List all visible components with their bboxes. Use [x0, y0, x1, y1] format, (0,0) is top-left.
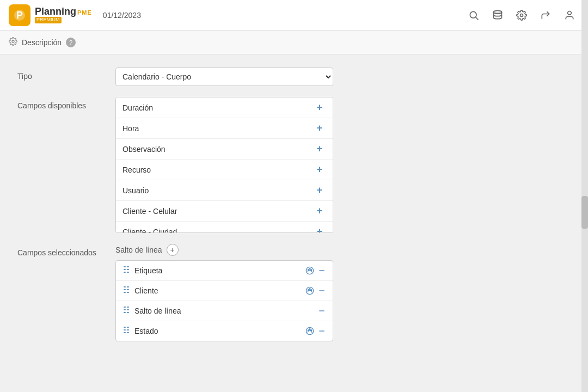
svg-rect-20 — [124, 286, 126, 287]
list-item: Usuario + — [116, 180, 333, 201]
svg-point-7 — [568, 11, 572, 15]
logo-pme-text: PME — [77, 9, 92, 16]
database-icon — [492, 10, 503, 21]
campo-item-text: Duración — [122, 103, 153, 112]
svg-rect-32 — [127, 307, 129, 308]
drag-handle[interactable] — [122, 285, 130, 296]
campo-item-text: Observación — [122, 145, 166, 154]
subheader-title: Descripción — [22, 38, 62, 47]
gear-icon — [516, 10, 527, 21]
svg-rect-13 — [124, 272, 126, 273]
selected-item-actions — [305, 286, 326, 295]
tipo-label: Tipo — [17, 68, 115, 81]
list-item: Estado — [116, 321, 333, 341]
minus-icon[interactable] — [317, 286, 326, 295]
selected-item-actions — [305, 327, 326, 335]
palette-icon[interactable] — [305, 266, 314, 275]
svg-rect-22 — [124, 289, 126, 290]
svg-rect-41 — [127, 329, 129, 330]
svg-point-28 — [309, 289, 310, 290]
svg-rect-38 — [124, 327, 126, 328]
logo: P Planning PME PREMIUM — [9, 4, 92, 26]
svg-rect-10 — [127, 266, 129, 267]
tipo-content: Calendario - CuerpoCalendario - Cabecera… — [115, 68, 571, 86]
campos-disponibles-content: Duración + Hora + Observación + Recurso … — [115, 97, 571, 233]
selected-item-actions — [305, 266, 326, 275]
palette-icon[interactable] — [305, 286, 314, 295]
drag-handle[interactable] — [122, 305, 130, 316]
svg-point-3 — [470, 11, 476, 18]
svg-rect-24 — [124, 292, 126, 293]
campos-disponibles-row: Campos disponibles Duración + Hora + Obs… — [17, 97, 571, 233]
svg-text:P: P — [16, 10, 23, 21]
list-item: Hora + — [116, 118, 333, 139]
scrollbar-thumb[interactable] — [581, 196, 588, 229]
user-button[interactable] — [560, 5, 579, 25]
tipo-row: Tipo Calendario - CuerpoCalendario - Cab… — [17, 68, 571, 86]
header-icons — [464, 5, 579, 25]
minus-icon[interactable] — [317, 266, 326, 275]
campo-item-text: Cliente - Ciudad — [122, 228, 177, 234]
minus-icon[interactable] — [317, 327, 326, 335]
svg-rect-33 — [124, 309, 126, 310]
settings-button[interactable] — [512, 5, 531, 25]
salto-add-button[interactable]: + — [167, 244, 179, 256]
campos-seleccionados-content: Salto de línea + Etiqueta — [115, 244, 571, 341]
svg-rect-40 — [124, 329, 126, 330]
svg-rect-25 — [127, 292, 129, 293]
list-item: Duración + — [116, 97, 333, 118]
list-item: Cliente - Ciudad + — [116, 222, 333, 233]
campos-seleccionados-row: Campos seleccionados Salto de línea + Et… — [17, 244, 571, 341]
campos-disponibles-label: Campos disponibles — [17, 97, 115, 110]
search-button[interactable] — [464, 5, 483, 25]
user-icon — [564, 10, 575, 21]
svg-rect-23 — [127, 289, 129, 290]
campo-add-button[interactable]: + — [313, 226, 326, 233]
help-button[interactable]: ? — [66, 38, 76, 47]
subheader: Descripción ? — [0, 30, 588, 54]
svg-rect-39 — [127, 327, 129, 328]
svg-rect-42 — [124, 332, 126, 333]
drag-handle[interactable] — [122, 326, 130, 336]
svg-point-17 — [309, 268, 310, 270]
salto-linea-header: Salto de línea + — [115, 244, 571, 256]
list-item: Cliente — [116, 281, 333, 301]
campo-add-button[interactable]: + — [313, 164, 326, 175]
minus-icon[interactable] — [317, 307, 326, 315]
svg-rect-31 — [124, 307, 126, 308]
campo-add-button[interactable]: + — [313, 185, 326, 196]
page-scrollbar[interactable] — [581, 0, 588, 392]
header-date: 01/12/2023 — [103, 11, 141, 20]
svg-line-4 — [476, 17, 479, 20]
selected-item-text: Cliente — [134, 286, 301, 295]
list-item: Etiqueta — [116, 261, 333, 281]
main-content: Tipo Calendario - CuerpoCalendario - Cab… — [0, 54, 588, 365]
share-icon — [540, 10, 551, 21]
svg-rect-35 — [124, 312, 126, 313]
salto-linea-text: Salto de línea — [115, 246, 162, 254]
svg-rect-43 — [127, 332, 129, 333]
database-button[interactable] — [488, 5, 507, 25]
palette-icon[interactable] — [305, 327, 314, 335]
logo-text: Planning PME PREMIUM — [35, 7, 92, 24]
selected-item-text: Etiqueta — [134, 266, 301, 275]
campo-add-button[interactable]: + — [313, 143, 326, 155]
campo-item-text: Recurso — [122, 166, 151, 174]
campo-item-text: Hora — [122, 124, 139, 133]
list-item: Salto de línea — [116, 301, 333, 321]
svg-rect-36 — [127, 312, 129, 313]
tipo-select[interactable]: Calendario - CuerpoCalendario - Cabecera… — [115, 68, 333, 86]
selected-item-text: Salto de línea — [134, 307, 313, 315]
svg-rect-11 — [124, 269, 126, 270]
campo-add-button[interactable]: + — [313, 102, 326, 113]
logo-premium-badge: PREMIUM — [35, 17, 62, 23]
svg-point-8 — [12, 40, 14, 42]
campo-add-button[interactable]: + — [313, 122, 326, 134]
svg-rect-12 — [127, 269, 129, 270]
campo-add-button[interactable]: + — [313, 205, 326, 217]
drag-handle[interactable] — [122, 265, 130, 276]
logo-icon: P — [9, 4, 30, 26]
campos-seleccionados-label: Campos seleccionados — [17, 244, 115, 257]
share-button[interactable] — [536, 5, 555, 25]
svg-rect-9 — [124, 266, 126, 267]
